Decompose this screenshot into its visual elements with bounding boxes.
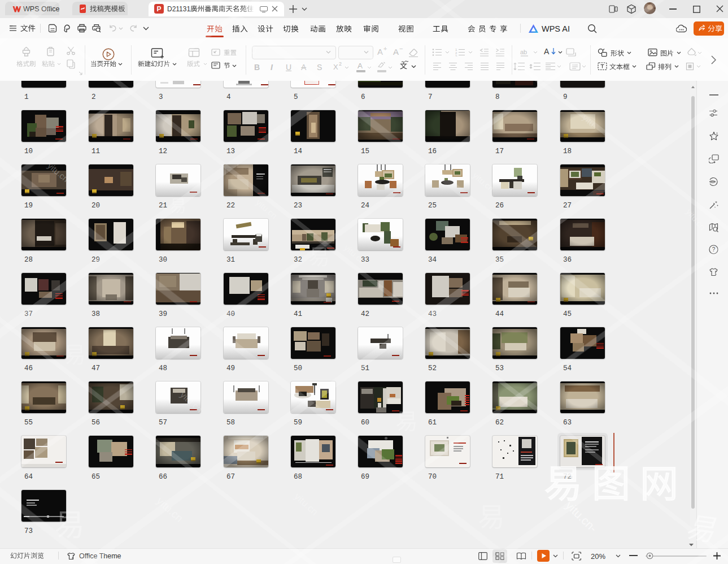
svg-text:3: 3 bbox=[455, 55, 457, 57]
svg-text:?: ? bbox=[712, 246, 716, 253]
svg-text:P: P bbox=[156, 5, 161, 13]
svg-text:ab: ab bbox=[520, 49, 527, 55]
